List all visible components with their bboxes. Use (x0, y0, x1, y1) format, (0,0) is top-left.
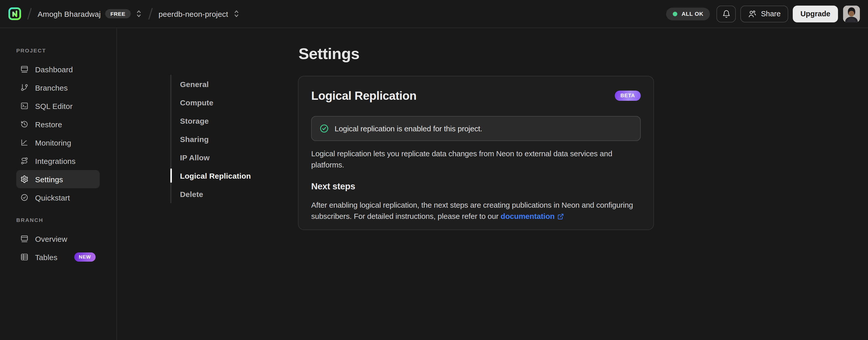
subnav-item-storage[interactable]: Storage (172, 111, 281, 130)
top-bar: Amogh Bharadwaj FREE peerdb-neon-project… (0, 0, 868, 28)
history-icon (20, 120, 29, 128)
sidebar-item-dashboard[interactable]: Dashboard (16, 60, 100, 78)
sidebar: PROJECT Dashboard Branches (0, 28, 117, 340)
sidebar-item-tables[interactable]: Tables NEW (16, 248, 100, 266)
upgrade-label: Upgrade (800, 10, 830, 18)
upgrade-button[interactable]: Upgrade (793, 5, 838, 22)
logical-replication-card: Logical Replication BETA Logical replica… (298, 76, 654, 230)
chart-icon (20, 138, 29, 147)
subnav-item-delete[interactable]: Delete (172, 185, 281, 203)
sidebar-item-branches[interactable]: Branches (16, 78, 100, 97)
share-button[interactable]: Share (741, 5, 788, 22)
git-branch-icon (20, 83, 29, 92)
sidebar-item-restore[interactable]: Restore (16, 115, 100, 133)
card-description: Logical replication lets you replicate d… (311, 148, 641, 170)
external-link-icon (555, 211, 564, 220)
neon-logo[interactable] (8, 7, 21, 20)
integrations-icon (20, 157, 29, 165)
check-circle-icon (319, 124, 329, 133)
status-badge[interactable]: ALL OK (666, 7, 710, 20)
gear-icon (20, 175, 29, 183)
breadcrumb-divider (27, 8, 32, 20)
next-steps-title: Next steps (311, 181, 641, 192)
neon-console: Amogh Bharadwaj FREE peerdb-neon-project… (0, 0, 868, 340)
chevron-up-down-icon[interactable] (135, 10, 142, 18)
subnav-item-ip-allow[interactable]: IP Allow (172, 148, 281, 166)
chevron-up-down-icon[interactable] (232, 10, 240, 18)
sidebar-item-settings[interactable]: Settings (16, 170, 100, 188)
share-label: Share (761, 10, 780, 18)
sidebar-item-overview[interactable]: Overview (16, 230, 100, 248)
notifications-button[interactable] (717, 5, 736, 22)
dashboard-icon (20, 65, 29, 73)
documentation-link[interactable]: documentation (501, 211, 564, 220)
sidebar-item-integrations[interactable]: Integrations (16, 152, 100, 170)
org-name[interactable]: Amogh Bharadwaj (38, 9, 101, 18)
status-dot-icon (673, 11, 678, 16)
plan-badge: FREE (105, 9, 130, 19)
org-selector[interactable]: Amogh Bharadwaj FREE (38, 9, 142, 19)
breadcrumb-divider (148, 8, 153, 20)
project-name[interactable]: peerdb-neon-project (158, 9, 228, 18)
terminal-icon (20, 102, 29, 110)
next-steps-text: After enabling logical replication, the … (311, 200, 641, 221)
avatar[interactable] (843, 5, 860, 22)
success-banner: Logical replication is enabled for this … (311, 116, 641, 141)
page-title: Settings (299, 44, 360, 64)
beta-badge: BETA (615, 91, 641, 101)
subnav-item-logical-replication[interactable]: Logical Replication (172, 166, 281, 185)
window-icon (20, 235, 29, 243)
banner-text: Logical replication is enabled for this … (335, 124, 482, 133)
sidebar-item-quickstart[interactable]: Quickstart (16, 188, 100, 207)
sidebar-section-branch: BRANCH (16, 217, 117, 223)
subnav-item-sharing[interactable]: Sharing (172, 130, 281, 148)
new-badge: NEW (74, 253, 96, 262)
subnav-item-general[interactable]: General (172, 75, 281, 93)
project-selector[interactable]: peerdb-neon-project (158, 9, 240, 18)
subnav-item-compute[interactable]: Compute (172, 93, 281, 111)
card-title: Logical Replication (311, 89, 416, 103)
top-bar-actions: ALL OK (666, 5, 860, 22)
settings-subnav: General Compute Storage Sharing IP Allow… (170, 75, 281, 203)
bell-icon (722, 9, 731, 18)
sidebar-section-project: PROJECT (16, 47, 117, 54)
sidebar-item-monitoring[interactable]: Monitoring (16, 133, 100, 152)
table-icon (20, 253, 29, 261)
check-circle-icon (20, 193, 29, 202)
users-icon (748, 9, 757, 18)
sidebar-item-sql-editor[interactable]: SQL Editor (16, 97, 100, 115)
card-header: Logical Replication BETA (311, 89, 641, 103)
